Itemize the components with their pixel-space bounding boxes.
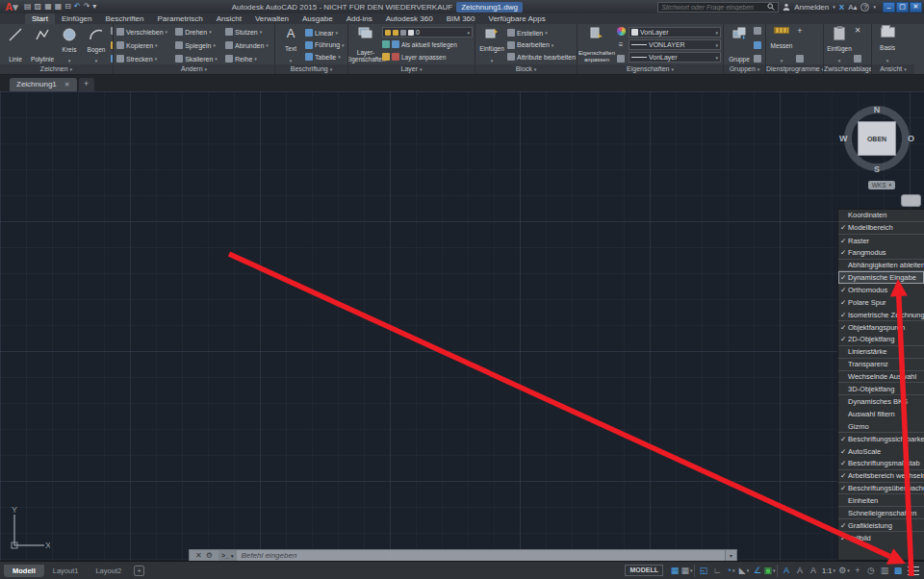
block-tool-button[interactable]: Attribute bearbeiten ▾ xyxy=(507,51,577,63)
panel-label-layers[interactable]: Layer ▾ xyxy=(348,64,475,74)
context-menu-item[interactable]: ✓ Beschriftungsmaßstab xyxy=(838,458,924,470)
context-menu-item[interactable]: ✓ Schnelleigenschaften xyxy=(838,507,924,519)
help-dropdown-icon[interactable]: ▾ xyxy=(873,4,876,10)
modify-tool-button[interactable]: Strecken ▾ xyxy=(116,53,171,64)
context-menu-item[interactable]: ✓ Isometrische Zeichnung xyxy=(838,309,924,321)
context-menu-item[interactable]: ✓ 3D-Objektfang xyxy=(838,383,924,395)
text-tool-button[interactable]: A Text▾ xyxy=(278,26,303,63)
layer-select-combo[interactable]: 0 ▾ xyxy=(382,27,473,38)
hardware-accel-icon[interactable]: ▩ ▾ xyxy=(891,565,905,577)
modify-tool-button[interactable]: Reihe ▾ xyxy=(225,53,272,64)
undo-icon[interactable]: ↶ xyxy=(74,2,81,12)
workspace-switch-icon[interactable]: ⚙ ▾ xyxy=(837,565,851,577)
file-tab-close-icon[interactable]: ✕ xyxy=(64,80,70,89)
ribbon-tab[interactable]: Verwalten xyxy=(248,13,295,24)
block-tool-button[interactable]: Erstellen ▾ xyxy=(507,27,577,38)
context-menu-item[interactable]: ✓ Fangmodus xyxy=(838,247,924,260)
maximize-button[interactable]: ▢ xyxy=(896,2,909,13)
context-menu-item[interactable]: ✓ Linienstärke xyxy=(838,346,924,359)
panel-label-groups[interactable]: Gruppen ▾ xyxy=(724,64,765,74)
modify-tool-button[interactable]: Kopieren ▾ xyxy=(116,39,171,51)
insert-block-button[interactable]: Einfügen▾ xyxy=(478,26,505,63)
object-snap-2d-icon[interactable]: ▣ ▾ xyxy=(764,565,778,577)
model-space-button[interactable]: MODELL xyxy=(625,565,663,576)
linetype-combo[interactable]: VonLayer▾ xyxy=(629,52,721,63)
context-menu-item[interactable]: ✓ Auswahl filtern xyxy=(838,408,924,420)
context-menu-item[interactable]: ✓ Beschriftungssichtbarkeit xyxy=(838,433,924,445)
command-input[interactable]: Befehl eingeben xyxy=(237,550,726,561)
polyline-tool-button[interactable]: Polylinie xyxy=(30,26,55,63)
context-menu-item[interactable]: ✓ Grafikleistung xyxy=(838,519,924,532)
group-button[interactable]: Gruppe xyxy=(727,26,752,63)
panel-label-view[interactable]: Ansicht ▾ xyxy=(872,64,914,74)
isolate-objects-icon[interactable]: ◷ ▾ xyxy=(864,565,878,577)
ribbon-tab[interactable]: BIM 360 xyxy=(440,13,482,24)
layout-tab[interactable]: Layout1 xyxy=(44,565,88,577)
layer-adjust-button[interactable]: Layer anpassen xyxy=(382,51,473,63)
graphics-performance-icon[interactable]: ▥ ▾ xyxy=(878,565,891,577)
base-view-button[interactable]: Basis▾ xyxy=(875,26,900,63)
isodraft-icon[interactable]: ◣ ▾ xyxy=(737,565,751,577)
context-menu-item[interactable]: ✓ Polare Spur xyxy=(838,296,924,309)
context-menu-item[interactable]: ✓ Dynamisches BKS xyxy=(838,395,924,408)
viewcube-west[interactable]: W xyxy=(839,134,848,143)
layer-properties-button[interactable]: Layer-Eigenschaften xyxy=(351,26,380,63)
layout-tab[interactable]: Modell xyxy=(4,565,44,577)
help-search-input[interactable] xyxy=(661,4,765,11)
close-button[interactable]: ✕ xyxy=(910,2,922,13)
infer-constraints-icon[interactable]: ◱ ▾ xyxy=(697,565,710,577)
panel-label-annotation[interactable]: Beschriftung ▾ xyxy=(275,64,347,74)
command-wrench-icon[interactable]: ⚙ xyxy=(206,551,213,560)
annotation-tool-button[interactable]: Tabelle ▾ xyxy=(305,51,345,63)
osnap-tracking-icon[interactable]: ∠ ▾ xyxy=(751,565,764,577)
save-icon[interactable]: ▦ xyxy=(44,2,52,12)
group-edit-icon[interactable] xyxy=(754,41,761,49)
modify-tool-button[interactable]: Abrunden ▾ xyxy=(225,39,272,51)
panel-label-block[interactable]: Block ▾ xyxy=(475,64,577,74)
rectangle-tool-icon[interactable] xyxy=(111,27,113,35)
hatch-tool-icon[interactable] xyxy=(111,55,113,63)
navigation-bar-button[interactable] xyxy=(901,194,921,207)
arc-tool-button[interactable]: Bogen▾ xyxy=(84,26,109,63)
circle-tool-button[interactable]: Kreis▾ xyxy=(57,26,82,63)
viewcube-top-face[interactable]: OBEN xyxy=(858,121,896,156)
snap-mode-icon[interactable]: ▦ ▾ xyxy=(681,565,695,577)
context-menu-item[interactable]: ✓ 2D-Objektfang xyxy=(838,334,924,346)
context-menu-item[interactable]: ✓ Koordinaten xyxy=(838,210,924,222)
cut-icon[interactable]: ✕ xyxy=(855,27,861,35)
object-color-combo[interactable]: VonLayer▾ xyxy=(629,27,721,38)
sign-in-dropdown-icon[interactable]: ▾ xyxy=(833,4,835,10)
customization-icon[interactable] xyxy=(907,565,920,577)
command-line-grip[interactable]: ✕ ⚙ xyxy=(190,550,218,561)
plot-icon[interactable]: ⊟ xyxy=(64,2,71,12)
lineweight-combo[interactable]: VONLAYER▾ xyxy=(629,39,721,50)
save-as-icon[interactable]: ▦ xyxy=(55,2,63,12)
redo-icon[interactable]: ↷ xyxy=(84,2,90,12)
modify-tool-button[interactable]: Drehen ▾ xyxy=(175,26,221,38)
measure-button[interactable]: Messen▾ xyxy=(769,26,794,63)
context-menu-item[interactable]: ✓ Dynamische Eingabe xyxy=(838,271,924,284)
ribbon-tab[interactable]: Add-ins xyxy=(340,13,379,24)
match-properties-button[interactable]: Eigenschaften anpassen xyxy=(580,26,613,63)
add-layout-button[interactable]: + xyxy=(134,566,144,576)
set-current-layer-button[interactable]: Als aktuell festlegen xyxy=(382,38,473,50)
panel-label-draw[interactable]: Zeichnen ▾ xyxy=(0,64,113,74)
viewcube-east[interactable]: O xyxy=(908,134,914,143)
command-scroll-icon[interactable]: ▾ xyxy=(725,550,736,561)
context-menu-item[interactable]: ✓ Gizmo xyxy=(838,420,924,433)
panel-label-properties[interactable]: Eigenschaften ▾ xyxy=(578,64,723,74)
application-menu-button[interactable]: A▾ xyxy=(2,0,21,13)
annotation-visibility-icon[interactable]: A ▾ xyxy=(780,565,793,577)
wcs-selector[interactable]: WKS▾ xyxy=(868,181,895,189)
ortho-mode-icon[interactable]: ∟ ▾ xyxy=(710,565,724,577)
grid-icon[interactable]: ▦ ▾ xyxy=(668,565,681,577)
viewcube[interactable]: N S W O OBEN xyxy=(837,99,916,178)
add-cleanup-icon[interactable]: + ▾ xyxy=(851,565,864,577)
annotation-scale-value[interactable]: 1:1 ▾ xyxy=(820,565,837,577)
color-wheel-icon[interactable] xyxy=(617,27,626,36)
context-menu-item[interactable]: ✓ Vollbild xyxy=(838,532,924,544)
modify-tool-button[interactable]: Skalieren ▾ xyxy=(175,53,221,64)
quick-select-plus-icon[interactable]: + xyxy=(797,27,802,35)
annotation-tool-button[interactable]: Führung ▾ xyxy=(305,39,345,51)
search-icon[interactable] xyxy=(767,3,775,11)
